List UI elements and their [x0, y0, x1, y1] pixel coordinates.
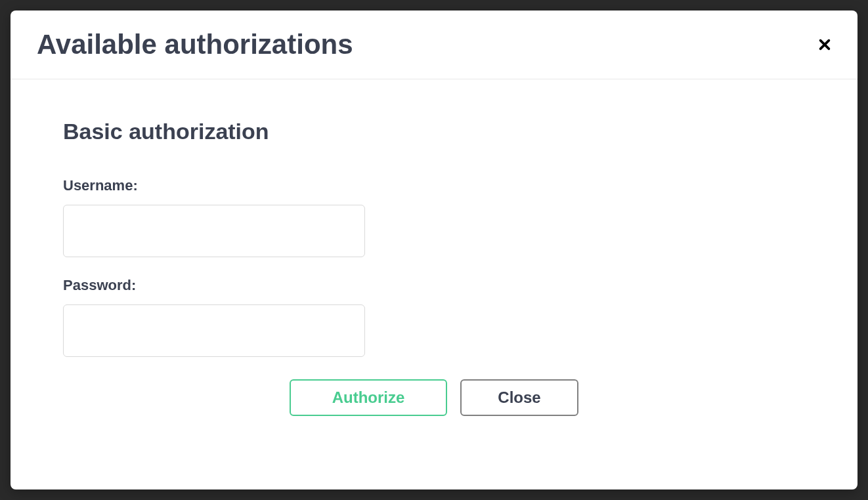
modal-body: Basic authorization Username: Password: …: [11, 79, 857, 442]
section-title: Basic authorization: [63, 119, 805, 144]
close-icon[interactable]: [815, 35, 834, 54]
username-label: Username:: [63, 177, 805, 194]
modal-title: Available authorizations: [37, 29, 353, 60]
username-group: Username:: [63, 177, 805, 257]
username-input[interactable]: [63, 205, 365, 257]
authorization-modal: Available authorizations Basic authoriza…: [11, 10, 857, 490]
button-row: Authorize Close: [290, 379, 805, 416]
password-label: Password:: [63, 277, 805, 294]
authorize-button[interactable]: Authorize: [290, 379, 447, 416]
password-input[interactable]: [63, 304, 365, 357]
modal-header: Available authorizations: [11, 10, 857, 79]
close-button[interactable]: Close: [460, 379, 578, 416]
password-group: Password:: [63, 277, 805, 357]
